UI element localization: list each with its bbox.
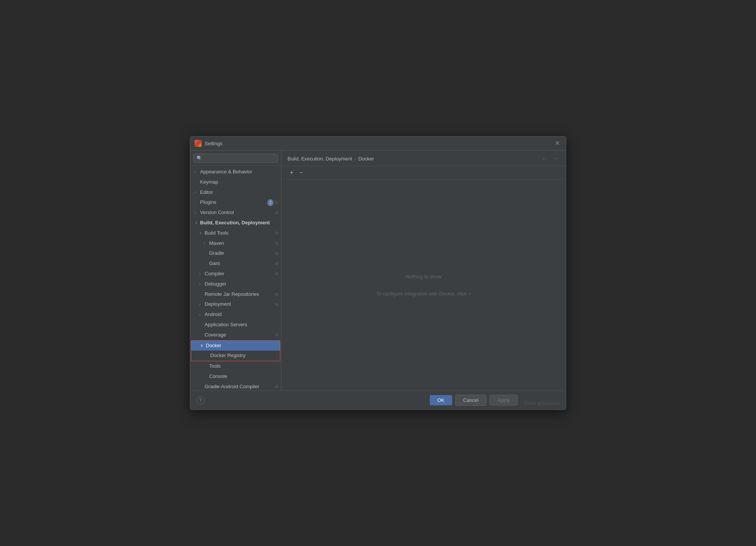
sidebar-item-docker-registry[interactable]: Docker Registry xyxy=(191,351,280,361)
sidebar-item-keymap[interactable]: Keymap xyxy=(190,177,281,187)
settings-icon: ⊟ xyxy=(275,251,278,257)
settings-icon: ⊟ xyxy=(275,261,278,267)
arrow-icon: › xyxy=(195,189,199,195)
sidebar-item-deployment[interactable]: › Deployment ⊟ xyxy=(190,299,281,310)
content-header: Build, Execution, Deployment › Docker ← … xyxy=(281,151,566,166)
sidebar-tree: › Appearance & Behavior Keymap › Editor … xyxy=(190,165,281,390)
arrow-icon: › xyxy=(199,281,204,287)
sidebar-item-label: Gant xyxy=(209,260,273,268)
arrow-icon: › xyxy=(199,271,204,277)
sidebar-item-android[interactable]: › Android xyxy=(190,310,281,320)
nav-arrows: ← → xyxy=(540,154,560,163)
sidebar-item-version-control[interactable]: › Version Control ⊟ xyxy=(190,208,281,218)
help-button[interactable]: ? xyxy=(196,396,205,405)
arrow-icon: ∨ xyxy=(195,220,199,226)
sidebar-item-label: Coverage xyxy=(205,331,273,339)
arrow-icon: ∨ xyxy=(199,230,204,236)
arrow-icon: › xyxy=(199,302,204,308)
arrow-icon: › xyxy=(195,210,199,216)
title-bar: Settings ✕ xyxy=(190,136,566,151)
nothing-to-show-text: Nothing to show xyxy=(406,274,441,279)
sidebar-item-coverage[interactable]: Coverage ⊟ xyxy=(190,330,281,340)
sidebar-item-label: Plugins xyxy=(200,198,266,206)
breadcrumb: Build, Execution, Deployment › Docker xyxy=(287,156,374,162)
sidebar-item-label: Application Servers xyxy=(205,321,278,329)
sidebar-item-label: Maven xyxy=(209,240,273,248)
sidebar-item-label: Build Tools xyxy=(205,229,273,237)
configure-hint-text: To configure integration with Docker, cl… xyxy=(376,291,471,297)
sidebar-item-compiler[interactable]: › Compiler ⊟ xyxy=(190,269,281,279)
settings-icon: ⊟ xyxy=(275,384,278,390)
sidebar-item-label: Docker xyxy=(206,342,277,350)
settings-icon: ⊟ xyxy=(275,200,278,206)
sidebar-item-build-tools[interactable]: ∨ Build Tools ⊟ xyxy=(190,228,281,238)
sidebar-item-appearance[interactable]: › Appearance & Behavior xyxy=(190,167,281,177)
docker-group: ∨ Docker Docker Registry xyxy=(191,340,280,362)
sidebar-item-app-servers[interactable]: Application Servers xyxy=(190,320,281,330)
settings-icon: ⊟ xyxy=(275,210,278,216)
sidebar-item-label: Build, Execution, Deployment xyxy=(200,219,278,227)
sidebar-item-build-exec[interactable]: ∨ Build, Execution, Deployment xyxy=(190,218,281,228)
sidebar-item-debugger[interactable]: › Debugger xyxy=(190,279,281,289)
add-button[interactable]: + xyxy=(287,168,295,177)
sidebar-item-plugins[interactable]: Plugins 2 ⊟ xyxy=(190,197,281,208)
sidebar-item-label: Gradle xyxy=(209,249,273,257)
sidebar-item-editor[interactable]: › Editor xyxy=(190,187,281,198)
settings-icon: ⊟ xyxy=(275,291,278,297)
sidebar-item-label: Compiler xyxy=(205,270,273,278)
ok-button[interactable]: OK xyxy=(430,395,452,405)
settings-icon: ⊟ xyxy=(275,240,278,246)
sidebar-item-docker[interactable]: ∨ Docker xyxy=(191,341,280,351)
arrow-icon: ∨ xyxy=(200,343,205,349)
arrow-icon: › xyxy=(204,240,208,246)
sidebar-item-label: Appearance & Behavior xyxy=(200,168,278,176)
sidebar-item-label: Remote Jar Repositories xyxy=(205,290,273,298)
content-main: Nothing to show To configure integration… xyxy=(281,179,566,390)
arrow-icon: › xyxy=(195,169,199,175)
sidebar-item-label: Tools xyxy=(209,362,278,370)
breadcrumb-current: Docker xyxy=(358,156,374,162)
sidebar-item-label: Gradle-Android Compiler xyxy=(205,383,273,390)
sidebar-item-label: Keymap xyxy=(200,178,278,186)
breadcrumb-sep: › xyxy=(354,156,356,162)
sidebar-item-label: Editor xyxy=(200,189,278,197)
dialog-body: › Appearance & Behavior Keymap › Editor … xyxy=(190,151,566,390)
sidebar-item-label: Console xyxy=(209,373,278,381)
sidebar-item-gradle[interactable]: Gradle ⊟ xyxy=(190,248,281,259)
breadcrumb-parent: Build, Execution, Deployment xyxy=(287,156,352,162)
settings-icon: ⊟ xyxy=(275,271,278,277)
footer-left: ? xyxy=(196,396,427,405)
apply-button[interactable]: Apply xyxy=(489,395,518,406)
content-area: Build, Execution, Deployment › Docker ← … xyxy=(281,151,566,390)
app-icon xyxy=(195,140,202,147)
search-box xyxy=(190,151,281,165)
nav-back-button[interactable]: ← xyxy=(540,154,549,163)
sidebar-item-tools[interactable]: Tools xyxy=(190,361,281,371)
cancel-button[interactable]: Cancel xyxy=(455,395,486,406)
arrow-icon: › xyxy=(199,312,204,318)
settings-dialog: Settings ✕ › Appearance & Behavior Keyma… xyxy=(190,136,566,410)
nav-forward-button[interactable]: → xyxy=(551,154,560,163)
close-button[interactable]: ✕ xyxy=(553,140,561,147)
sidebar-item-label: Deployment xyxy=(205,300,273,308)
sidebar-item-label: Docker Registry xyxy=(210,352,277,360)
dialog-footer: ? OK Cancel Apply CSDN @ZNineSun xyxy=(190,390,566,410)
sidebar-item-label: Version Control xyxy=(200,209,273,217)
sidebar: › Appearance & Behavior Keymap › Editor … xyxy=(190,151,281,390)
sidebar-item-remote-jar[interactable]: Remote Jar Repositories ⊟ xyxy=(190,289,281,300)
dialog-title: Settings xyxy=(205,141,553,146)
settings-icon: ⊟ xyxy=(275,332,278,338)
search-input[interactable] xyxy=(193,154,278,163)
settings-icon: ⊟ xyxy=(275,302,278,308)
sidebar-item-gradle-android[interactable]: Gradle-Android Compiler ⊟ xyxy=(190,382,281,390)
sidebar-item-label: Android xyxy=(205,311,278,319)
settings-icon: ⊟ xyxy=(275,230,278,236)
sidebar-item-label: Debugger xyxy=(205,280,278,288)
sidebar-item-gant[interactable]: Gant ⊟ xyxy=(190,259,281,269)
plugins-badge: 2 xyxy=(267,199,273,206)
watermark-text: CSDN @ZNineSun xyxy=(524,401,560,406)
toolbar: + − xyxy=(281,166,566,179)
sidebar-item-maven[interactable]: › Maven ⊟ xyxy=(190,238,281,249)
sidebar-item-console[interactable]: Console xyxy=(190,371,281,382)
remove-button[interactable]: − xyxy=(297,168,305,177)
